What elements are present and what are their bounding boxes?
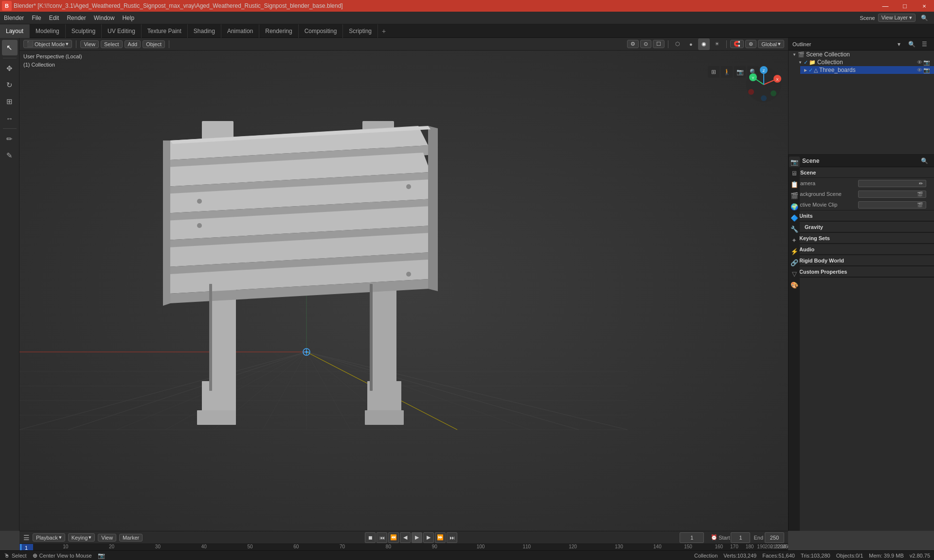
props-material-icon[interactable]: 🎨 [789,280,800,290]
props-physics-icon[interactable]: ⚡ [789,246,800,257]
current-frame-input[interactable]: 1 [680,532,704,543]
snap-view-button[interactable]: ⊞ [708,66,719,78]
menu-help[interactable]: Help [118,12,138,24]
overlay-toggle[interactable]: ⊙ [640,40,651,48]
transform-tool-button[interactable]: ↔ [2,110,18,126]
material-shading-button[interactable]: ◉ [698,38,710,50]
scene-section-header[interactable]: ▼ Scene [789,167,934,178]
props-constraints-icon[interactable]: 🔗 [789,257,800,268]
menu-render[interactable]: Render [63,12,90,24]
view-menu-button[interactable]: View [80,40,99,48]
outliner-item-three-boards[interactable]: ▶ ✓ △ Three_boards 👁 📷 [800,66,934,74]
end-frame-input[interactable]: 250 [765,532,784,543]
tab-rendering[interactable]: Rendering [259,24,298,38]
outliner-search-button[interactable]: 🔍 [906,38,917,50]
tab-modeling[interactable]: Modeling [30,24,66,38]
rigid-body-world-section-header[interactable]: ▶ Rigid Body World [789,255,934,266]
tab-sculpting[interactable]: Sculpting [66,24,102,38]
close-button[interactable]: × [915,0,934,12]
view-layer-dropdown[interactable]: View Layer ▾ [878,14,916,22]
select-menu-button[interactable]: Select [101,40,123,48]
outliner-filter-button[interactable]: ▾ [893,38,905,50]
viewport-gizmo-toggle[interactable]: ⚙ [627,40,639,48]
properties-search-button[interactable]: 🔍 [918,155,930,167]
menu-blender[interactable]: Blender [0,12,28,24]
maximize-button[interactable]: □ [895,0,915,12]
tab-scripting[interactable]: Scripting [343,24,378,38]
outliner-item-collection[interactable]: ▼ ✓ 📁 Collection 👁 📷 [794,58,934,66]
tab-shading[interactable]: Shading [188,24,221,38]
proportional-editing-toggle[interactable]: ⊛ [745,40,756,48]
timeline-menu-icon[interactable]: ☰ [23,534,30,542]
axis-gizmo[interactable]: X Y Z [744,65,783,104]
tab-texture-paint[interactable]: Texture Paint [142,24,188,38]
add-workspace-button[interactable]: + [378,25,390,37]
solid-shading-button[interactable]: ● [685,38,697,50]
bg-scene-icon[interactable]: 🎬 [917,192,923,197]
keying-dropdown[interactable]: Keying ▾ [68,533,95,542]
pause-button[interactable]: ⏹ [365,532,376,543]
add-menu-button[interactable]: Add [125,40,141,48]
outliner-item-scene-collection[interactable]: ▼ 🎬 Scene Collection [789,51,934,58]
marker-dropdown[interactable]: Marker [119,534,143,542]
start-frame-input[interactable]: 1 [731,532,750,543]
playback-dropdown[interactable]: Playback ▾ [33,533,65,542]
next-frame-button[interactable]: ⏩ [435,532,446,543]
props-object-icon[interactable]: 🔷 [789,212,800,223]
object-mode-dropdown[interactable]: ⬛ Object Mode ▾ [23,40,72,48]
next-keyframe-button[interactable]: ▶ [423,532,434,543]
menu-window[interactable]: Window [90,12,119,24]
background-scene-value[interactable]: 🎬 [858,191,927,198]
skip-to-end-button[interactable]: ⏭ [447,532,457,543]
movie-clip-icon[interactable]: 🎬 [917,202,923,208]
xray-toggle[interactable]: ☐ [653,40,665,48]
menu-file[interactable]: File [28,12,45,24]
minimize-button[interactable]: — [876,0,895,12]
object-menu-button[interactable]: Object [143,40,165,48]
rendered-shading-button[interactable]: ☀ [711,38,723,50]
custom-properties-section-header[interactable]: ▶ Custom Properties [789,266,934,277]
annotate-tool-button[interactable]: ✏ [2,131,18,147]
tab-compositing[interactable]: Compositing [299,24,343,38]
props-scene-icon[interactable]: 🎬 [789,190,800,201]
transform-pivot-dropdown[interactable]: Global ▾ [758,40,784,48]
skip-to-start-button[interactable]: ⏮ [377,532,387,543]
scale-tool-button[interactable]: ⊞ [2,94,18,109]
camera-picker-icon[interactable]: ✏ [919,181,923,186]
props-particles-icon[interactable]: ✦ [789,235,800,245]
viewport-3d[interactable]: ⬛ Object Mode ▾ View Select Add Object ⚙… [19,38,788,531]
tab-animation[interactable]: Animation [221,24,259,38]
snap-toggle[interactable]: 🧲 [730,40,744,48]
three-boards-eye-icon[interactable]: 👁 [917,67,922,73]
active-movie-clip-value[interactable]: 🎬 [858,201,927,209]
prev-frame-button[interactable]: ⏪ [388,532,399,543]
props-output-icon[interactable]: 🖥 [789,168,800,178]
measure-tool-button[interactable]: ✎ [2,148,18,163]
props-modifier-icon[interactable]: 🔧 [789,224,800,234]
three-boards-render-icon[interactable]: 📷 [923,67,930,73]
collection-render-icon[interactable]: 📷 [923,59,930,66]
units-section-header[interactable]: ▶ Units [789,210,934,221]
prev-keyframe-button[interactable]: ◀ [400,532,411,543]
props-view-layer-icon[interactable]: 📋 [789,179,800,190]
menu-edit[interactable]: Edit [45,12,63,24]
tab-layout[interactable]: Layout [0,24,30,38]
search-button[interactable]: 🔍 [918,12,930,24]
outliner-menu-button[interactable]: ☰ [918,38,930,50]
view-dropdown[interactable]: View [98,534,116,542]
wireframe-shading-button[interactable]: ⬡ [672,38,683,50]
tab-uv-editing[interactable]: UV Editing [102,24,142,38]
props-world-icon[interactable]: 🌍 [789,201,800,212]
move-tool-button[interactable]: ✥ [2,61,18,76]
rotate-tool-button[interactable]: ↻ [2,77,18,93]
keying-sets-section-header[interactable]: ▶ Keying Sets [789,233,934,244]
props-render-icon[interactable]: 📷 [789,157,800,167]
viewport-canvas[interactable]: X Y Z ⊞ 🚶 📷 🔍 [19,51,788,531]
audio-section-header[interactable]: ▶ Audio [789,244,934,255]
walk-fly-button[interactable]: 🚶 [721,66,733,78]
select-tool-button[interactable]: ↖ [2,40,18,55]
collection-eye-icon[interactable]: 👁 [917,59,922,65]
gravity-section-header[interactable]: ▶ ✓ Gravity [789,222,934,232]
play-button[interactable]: ▶ [412,532,422,543]
camera-value[interactable]: ✏ [858,180,927,187]
